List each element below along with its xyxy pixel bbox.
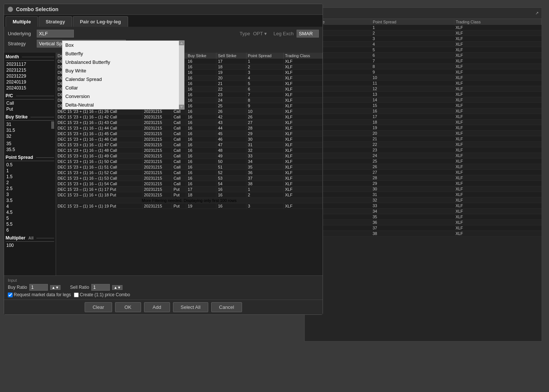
point-spread-item-7[interactable]: 4 bbox=[6, 203, 54, 209]
point-spread-item-2[interactable]: 1.5 bbox=[6, 174, 54, 180]
bg-row-spread: 30 bbox=[371, 186, 454, 192]
row-pc: Call bbox=[172, 164, 186, 170]
table-row[interactable]: DEC 15 '23 + (1) 16 – (1) 43 Call 202312… bbox=[56, 120, 323, 125]
select-all-button[interactable]: Select All bbox=[173, 302, 208, 312]
table-row[interactable]: DEC 15 '23 + (1) 16 – (1) 42 Call 202312… bbox=[56, 114, 323, 120]
bg-table-row: 38 22 XLF bbox=[305, 142, 542, 147]
pc-item-put[interactable]: Put bbox=[6, 106, 54, 112]
point-spread-item-6[interactable]: 3.5 bbox=[6, 197, 54, 203]
tab-strategy[interactable]: Strategy bbox=[39, 16, 72, 27]
dropdown-item-delta-neutral[interactable]: Delta-Neutral bbox=[62, 101, 184, 109]
buy-ratio-spinner[interactable]: ▲▼ bbox=[50, 285, 61, 290]
dropdown-item-calendar-spread[interactable]: Calendar Spread bbox=[62, 75, 184, 84]
buy-strike-item-1[interactable]: 31.5 bbox=[6, 127, 54, 133]
buy-strike-item-0[interactable]: 31 bbox=[6, 121, 54, 127]
bg-table-row: 31 15 XLF bbox=[305, 103, 542, 108]
price-combo-checkbox[interactable] bbox=[74, 293, 79, 297]
buy-strike-item-2[interactable]: 32 bbox=[6, 133, 54, 139]
pc-item-call[interactable]: Call bbox=[6, 100, 54, 106]
buy-strike-scrollbar[interactable] bbox=[51, 121, 54, 129]
col-trading-class: Trading Class bbox=[283, 53, 322, 59]
table-row[interactable]: DEC 15 '23 + (1) 16 – (1) 54 Call 202312… bbox=[56, 181, 323, 187]
tab-pair-leg[interactable]: Pair or Leg-by-leg bbox=[73, 16, 128, 27]
point-spread-item-3[interactable]: 2 bbox=[6, 180, 54, 186]
clear-button[interactable]: Clear bbox=[85, 302, 112, 312]
row-desc: DEC 15 '23 + (1) 16 – (1) 53 Call bbox=[56, 176, 142, 181]
dropdown-item-box[interactable]: Box bbox=[62, 41, 184, 49]
point-spread-item-5[interactable]: 3 bbox=[6, 192, 54, 197]
row-spread: 8 bbox=[246, 98, 283, 103]
table-row[interactable]: DEC 15 '23 + (1) 16 – (1) 45 Call 202312… bbox=[56, 131, 323, 137]
table-row[interactable]: DEC 15 '23 + (1) 16 – (1) 46 Call 202312… bbox=[56, 137, 323, 142]
bg-row-spread: 28 bbox=[371, 175, 454, 181]
dropdown-item-unbalanced-butterfly[interactable]: Unbalanced Butterfly bbox=[62, 58, 184, 66]
dropdown-item-butterfly[interactable]: Butterfly bbox=[62, 49, 184, 58]
dropdown-item-collar[interactable]: Collar bbox=[62, 84, 184, 92]
table-row[interactable]: DEC 15 '23 + (1) 16 – (1) 48 Call 202312… bbox=[56, 148, 323, 153]
point-spread-item-11[interactable]: 6 bbox=[6, 227, 54, 233]
buy-ratio-input[interactable] bbox=[29, 284, 48, 291]
add-button[interactable]: Add bbox=[144, 302, 170, 312]
underlying-input[interactable] bbox=[37, 30, 74, 37]
cancel-button[interactable]: Cancel bbox=[211, 302, 242, 312]
table-row[interactable]: DEC 15 '23 + (1) 16 – (1) 49 Call 202312… bbox=[56, 153, 323, 159]
table-row[interactable]: DEC 15 '23 + (1) 16 – (1) 47 Call 202312… bbox=[56, 142, 323, 148]
type-dropdown-arrow[interactable]: ▾ bbox=[264, 31, 267, 36]
table-row[interactable]: DEC 15 '23 + (1) 16 – (1) 50 Call 202312… bbox=[56, 159, 323, 164]
month-item-1[interactable]: 20231215 bbox=[6, 67, 54, 73]
table-row[interactable]: DEC 15 '23 + (1) 16 – (1) 51 Call 202312… bbox=[56, 164, 323, 170]
point-spread-item-10[interactable]: 5.5 bbox=[6, 221, 54, 227]
window-close-button[interactable] bbox=[8, 7, 13, 12]
dropdown-scrollbar[interactable] bbox=[179, 41, 184, 109]
table-row[interactable]: DEC 15 '23 + (1) 16 – (1) 52 Call 202312… bbox=[56, 170, 323, 176]
tab-multiple[interactable]: Multiple bbox=[6, 16, 38, 27]
scroll-up-arrow[interactable] bbox=[179, 41, 184, 45]
row-month: 20231215 bbox=[142, 203, 172, 209]
scroll-down-arrow[interactable] bbox=[179, 105, 184, 109]
sell-ratio-spinner[interactable]: ▲▼ bbox=[112, 285, 122, 290]
sell-strike-item-0[interactable]: 35 bbox=[6, 141, 54, 147]
row-class: XLF bbox=[283, 59, 322, 64]
market-data-checkbox[interactable] bbox=[8, 293, 13, 297]
leg-exch-input[interactable] bbox=[297, 30, 319, 37]
point-spread-item-4[interactable]: 2.5 bbox=[6, 186, 54, 192]
dropdown-item-buy-write[interactable]: Buy Write bbox=[62, 66, 184, 75]
row-sell: 17 bbox=[216, 59, 246, 64]
bg-table-row: 19 3 XLF bbox=[305, 36, 542, 42]
combo-selection-window: Combo Selection Multiple Strategy Pair o… bbox=[4, 4, 323, 315]
month-item-3[interactable]: 20240119 bbox=[6, 79, 54, 85]
bg-row-class: XLF bbox=[454, 47, 541, 53]
bg-table-row: 41 25 XLF bbox=[305, 159, 542, 164]
bg-table-row: 30 14 XLF bbox=[305, 97, 542, 103]
point-spread-item-8[interactable]: 4.5 bbox=[6, 209, 54, 215]
table-row[interactable]: DEC 15 '23 – (1) 16 + (1) 17 Put 2023121… bbox=[56, 187, 323, 192]
row-class: XLF bbox=[283, 176, 322, 181]
row-month: 20231215 bbox=[142, 153, 172, 159]
bg-row-spread: 23 bbox=[371, 147, 454, 153]
row-spread: 38 bbox=[246, 181, 283, 187]
month-item-2[interactable]: 20231229 bbox=[6, 73, 54, 79]
sell-strike-area: 35 35.5 bbox=[6, 141, 54, 153]
table-row[interactable]: DEC 15 '23 – (1) 16 + (1) 19 Put 2023121… bbox=[56, 203, 323, 209]
row-month: 20231215 bbox=[142, 159, 172, 164]
dropdown-item-conversion[interactable]: Conversion bbox=[62, 92, 184, 101]
multiplier-item-0[interactable]: 100 bbox=[6, 242, 54, 248]
row-sell: 54 bbox=[216, 181, 246, 187]
sell-ratio-input[interactable] bbox=[91, 284, 110, 291]
row-buy: 16 bbox=[186, 86, 216, 92]
row-desc: DEC 15 '23 – (1) 16 + (1) 18 Put bbox=[56, 192, 142, 198]
row-spread: 7 bbox=[246, 92, 283, 98]
sell-strike-item-1[interactable]: 35.5 bbox=[6, 147, 54, 153]
table-row[interactable]: DEC 15 '23 + (1) 16 – (1) 53 Call 202312… bbox=[56, 176, 323, 181]
table-row[interactable]: DEC 15 '23 + (1) 16 – (1) 44 Call 202312… bbox=[56, 125, 323, 131]
month-item-0[interactable]: 20231117 bbox=[6, 61, 54, 67]
point-spread-item-9[interactable]: 5 bbox=[6, 215, 54, 221]
table-row[interactable]: DEC 15 '23 – (1) 16 + (1) 18 Put 2023121… bbox=[56, 192, 323, 198]
row-class: XLF bbox=[283, 192, 322, 198]
row-desc: DEC 15 '23 + (1) 16 – (1) 52 Call bbox=[56, 170, 142, 176]
point-spread-item-1[interactable]: 1 bbox=[6, 168, 54, 174]
point-spread-item-0[interactable]: 0.5 bbox=[6, 162, 54, 168]
ok-button[interactable]: OK bbox=[115, 302, 141, 312]
month-item-4[interactable]: 20240315 bbox=[6, 85, 54, 91]
row-buy: 16 bbox=[186, 170, 216, 176]
